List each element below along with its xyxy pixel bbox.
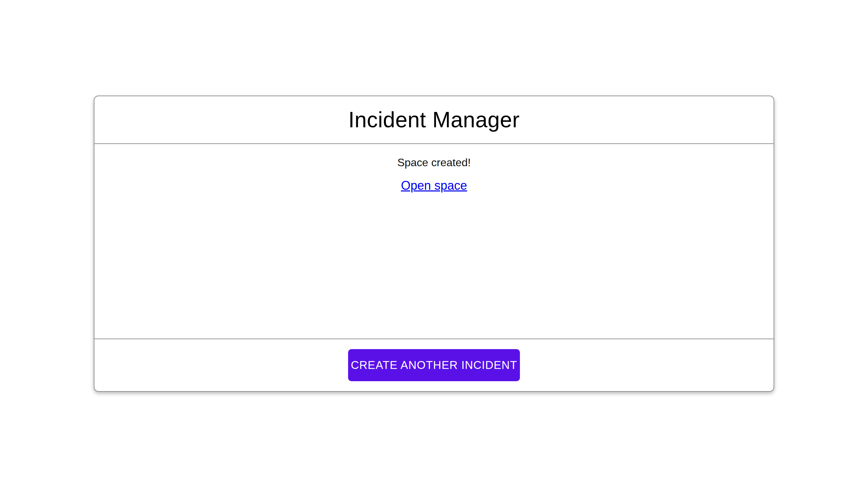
card-footer: CREATE ANOTHER INCIDENT	[94, 339, 774, 391]
create-another-incident-button[interactable]: CREATE ANOTHER INCIDENT	[348, 349, 520, 381]
card-header: Incident Manager	[94, 96, 774, 144]
page-title: Incident Manager	[348, 107, 520, 132]
status-message: Space created!	[94, 156, 774, 169]
incident-manager-card: Incident Manager Space created! Open spa…	[94, 96, 774, 392]
open-space-link[interactable]: Open space	[401, 178, 467, 192]
card-body: Space created! Open space	[94, 144, 774, 339]
